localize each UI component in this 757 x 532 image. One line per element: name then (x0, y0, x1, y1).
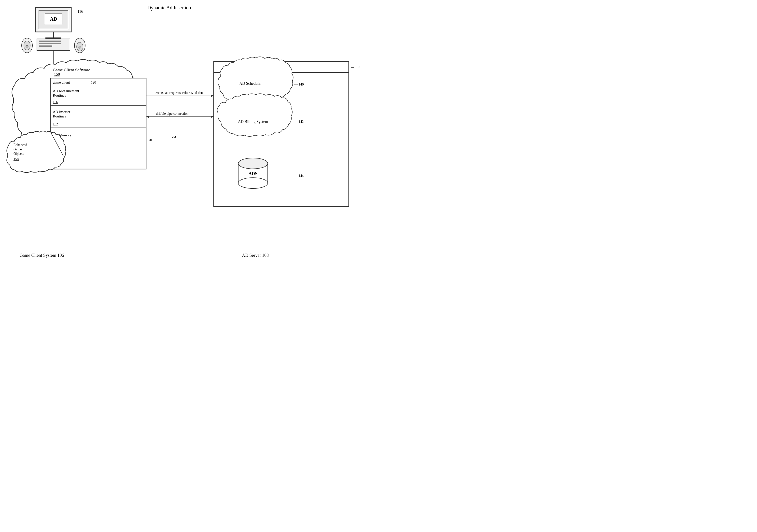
ref-158: 158 (14, 157, 19, 161)
arrow2-label: dribble pipe connection (156, 112, 188, 115)
svg-point-33 (238, 158, 268, 169)
svg-point-15 (78, 46, 81, 48)
game-client-inner-label: game client (53, 80, 70, 84)
svg-rect-31 (214, 61, 349, 206)
enhanced-label3: Objects (14, 152, 24, 156)
svg-marker-25 (211, 115, 214, 118)
ad-scheduler-label: AD Scheduler (239, 81, 262, 85)
ref-156: 156 (53, 100, 58, 104)
ad-memory-label: AD Memory (53, 133, 72, 137)
svg-line-29 (50, 132, 63, 156)
svg-point-12 (26, 46, 28, 48)
svg-point-13 (75, 38, 85, 53)
ad-server-ref: 108 (283, 65, 288, 69)
svg-point-37 (238, 178, 268, 188)
game-client-software-label: Game Client Software (53, 68, 90, 72)
svg-point-14 (76, 42, 83, 51)
svg-rect-3 (45, 14, 62, 24)
arrow3-label: ads (172, 135, 177, 138)
svg-rect-9 (39, 46, 52, 47)
svg-point-38 (238, 158, 268, 169)
ref-152: 152 (53, 122, 58, 126)
ad-billing-label: AD Billing System (238, 119, 268, 124)
svg-marker-17 (52, 68, 54, 71)
dynamic-ad-label: Dynamic Ad Insertion (147, 5, 191, 11)
svg-marker-28 (149, 139, 152, 141)
ref-108-right: — 108 (350, 65, 360, 69)
svg-marker-26 (146, 115, 149, 118)
svg-rect-6 (37, 39, 70, 50)
arrow1-label: events, ad requests, criteria, ad data (155, 91, 204, 95)
ref-140: — 140 (294, 82, 304, 86)
svg-rect-2 (39, 10, 68, 29)
ref-154: 154 (53, 139, 58, 143)
svg-point-10 (22, 38, 32, 53)
svg-marker-30 (50, 132, 52, 135)
ad-inserter-label: AD Inserter (53, 110, 70, 114)
ref-120: 120 (91, 80, 96, 84)
bottom-label-right: AD Server 108 (242, 253, 269, 258)
svg-rect-8 (39, 43, 61, 44)
ref-144: — 144 (294, 174, 304, 178)
svg-rect-7 (39, 41, 61, 42)
svg-rect-1 (36, 7, 71, 32)
svg-rect-34 (238, 163, 268, 183)
ads-label: ADS (249, 171, 257, 176)
enhanced-label1: Enhanced (14, 143, 27, 147)
ref-142: — 142 (294, 120, 304, 124)
ref-150: 150 (54, 72, 60, 77)
ad-measurement-label: AD Measurement (53, 89, 79, 93)
ad-server-title: AD Server (243, 65, 262, 70)
svg-point-11 (24, 41, 30, 50)
ad-inserter-label2: Routines (53, 114, 66, 118)
bottom-label-left: Game Client System 106 (20, 253, 64, 258)
ad-measurement-label2: Routines (53, 93, 66, 97)
svg-rect-18 (50, 78, 146, 169)
enhanced-label2: Game (14, 147, 22, 151)
monitor-ad-label: AD (50, 16, 57, 22)
ref-116: — 116 (72, 9, 83, 14)
svg-marker-23 (211, 95, 214, 97)
